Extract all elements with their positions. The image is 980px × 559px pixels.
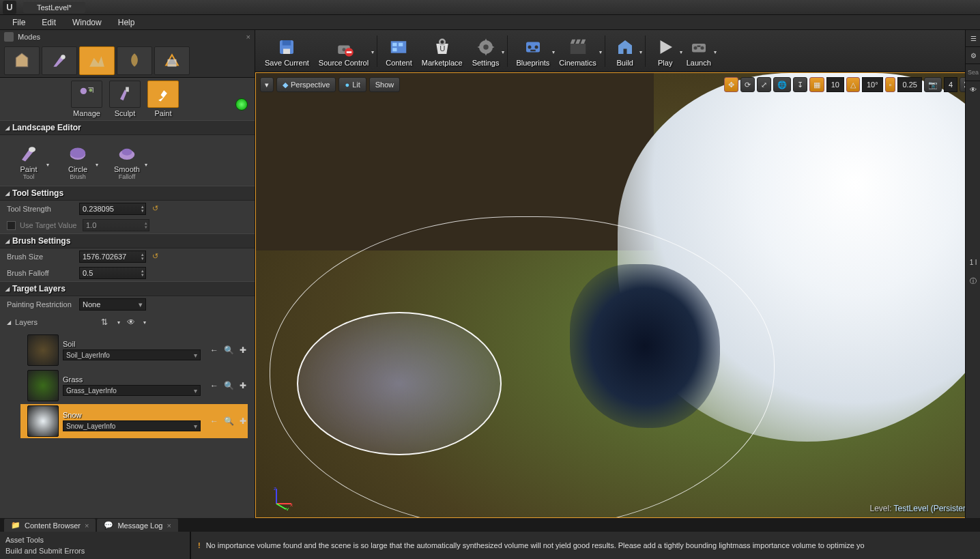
chevron-down-icon[interactable]: ▾ xyxy=(145,162,147,168)
add-icon[interactable]: ✚ xyxy=(240,381,246,390)
reset-icon[interactable]: ↺ xyxy=(150,252,160,261)
visibility-icon[interactable]: 👁 xyxy=(127,317,136,327)
chevron-down-icon[interactable]: ▾ xyxy=(96,162,98,168)
toolbar-build-button[interactable]: Build▾ xyxy=(609,34,641,68)
brush-circle-sublabel: Brush xyxy=(56,173,100,180)
camera-speed-value[interactable]: 4 xyxy=(944,77,957,92)
menu-help[interactable]: Help xyxy=(111,16,142,29)
search-placeholder[interactable]: Sea xyxy=(966,64,980,81)
bottom-panel: 📁Content Browser× 💬Message Log× Asset To… xyxy=(0,518,980,559)
toolbar-cinematics-button[interactable]: Cinematics▾ xyxy=(555,34,600,68)
section-tool-settings[interactable]: Tool Settings xyxy=(0,186,255,201)
level-document-tab[interactable]: TestLevel* xyxy=(23,2,85,13)
chevron-down-icon[interactable]: ▾ xyxy=(46,162,49,168)
landscape-sculpt-button[interactable]: Sculpt xyxy=(106,81,143,117)
section-target-layers[interactable]: Target Layers xyxy=(0,281,255,296)
mode-place-button[interactable] xyxy=(4,46,40,75)
outliner-toggle-icon[interactable]: ☰ xyxy=(966,30,980,46)
layer-info-select[interactable]: Snow_LayerInfo xyxy=(63,420,201,431)
surface-snap-button[interactable]: ↧ xyxy=(793,77,807,92)
falloff-smooth[interactable]: Smooth Falloff ▾ xyxy=(105,141,149,180)
menu-window[interactable]: Window xyxy=(66,16,109,29)
close-icon[interactable]: × xyxy=(167,521,171,530)
toolbar-save-current-button[interactable]: Save Current xyxy=(261,34,313,68)
toolbar-content-button[interactable]: Content xyxy=(381,34,416,68)
toolbar-launch-button[interactable]: Launch▾ xyxy=(682,34,715,68)
add-icon[interactable]: ✚ xyxy=(240,345,246,355)
landscape-manage-button[interactable]: Manage xyxy=(68,81,105,117)
use-target-value-checkbox[interactable] xyxy=(7,221,16,230)
search-icon[interactable]: 🔍 xyxy=(224,345,234,355)
list-item[interactable]: Asset Tools xyxy=(5,534,184,545)
mode-foliage-button[interactable] xyxy=(117,46,152,75)
layer-info-select[interactable]: Soil_LayerInfo xyxy=(63,349,201,360)
grid-snap-value[interactable]: 10 xyxy=(826,77,844,92)
tool-paint[interactable]: Paint Tool ▾ xyxy=(7,141,51,180)
layer-item-soil[interactable]: Soil Soil_LayerInfo ←🔍✚ xyxy=(26,333,248,367)
brush-size-input[interactable]: 1576.702637▴▾ xyxy=(79,250,146,263)
tab-content-browser[interactable]: 📁Content Browser× xyxy=(4,519,96,532)
browse-icon[interactable]: ← xyxy=(210,381,218,390)
viewport-show-button[interactable]: Show xyxy=(369,77,401,92)
grid-snap-button[interactable]: ▦ xyxy=(809,77,824,92)
visibility-toggle-icon[interactable]: 👁 xyxy=(966,81,980,98)
chevron-down-icon[interactable]: ▾ xyxy=(714,49,717,55)
tab-message-log[interactable]: 💬Message Log× xyxy=(97,519,177,532)
layer-item-grass[interactable]: Grass Grass_LayerInfo ←🔍✚ xyxy=(26,369,248,403)
chevron-down-icon[interactable]: ▾ xyxy=(502,49,504,55)
transform-rotate-button[interactable]: ⟳ xyxy=(740,77,755,92)
search-icon[interactable]: 🔍 xyxy=(224,381,234,390)
browse-icon[interactable]: ← xyxy=(210,416,218,426)
painting-restriction-select[interactable]: None xyxy=(79,298,146,311)
layers-label: Layers xyxy=(15,318,83,326)
modes-panel-tab[interactable]: Modes × xyxy=(0,30,255,44)
close-icon[interactable]: × xyxy=(246,33,250,41)
viewport-perspective-button[interactable]: ◆Perspective xyxy=(276,77,336,92)
painting-restriction-label: Painting Restriction xyxy=(7,300,75,309)
mode-geometry-button[interactable] xyxy=(154,46,190,75)
section-brush-settings[interactable]: Brush Settings xyxy=(0,233,255,248)
layer-item-snow[interactable]: Snow Snow_LayerInfo ←🔍✚ xyxy=(20,404,248,438)
chevron-down-icon[interactable]: ▾ xyxy=(639,49,642,55)
info-icon[interactable]: ⓘ xyxy=(966,273,980,289)
svg-point-4 xyxy=(81,88,87,94)
viewport-lit-button[interactable]: ●Lit xyxy=(338,77,366,92)
svg-point-29 xyxy=(534,45,538,48)
menu-file[interactable]: File xyxy=(5,16,32,29)
viewport-options-button[interactable]: ▾ xyxy=(260,77,274,92)
scale-snap-value[interactable]: 0.25 xyxy=(897,77,921,92)
angle-snap-value[interactable]: 10° xyxy=(862,77,883,92)
toolbar-source-control-button[interactable]: Source Control▾ xyxy=(315,34,373,68)
chevron-down-icon[interactable]: ▾ xyxy=(599,49,602,55)
viewport[interactable]: ▾ ◆Perspective ●Lit Show ✥ ⟳ ⤢ 🌐 ↧ ▦ 10 … xyxy=(255,72,980,518)
chevron-down-icon[interactable]: ▾ xyxy=(371,49,374,55)
editor-mode-toolbar xyxy=(0,44,255,78)
mode-paint-button[interactable] xyxy=(42,46,77,75)
tool-strength-input[interactable]: 0.238095▴▾ xyxy=(79,203,146,215)
add-icon[interactable]: ✚ xyxy=(240,416,246,426)
transform-scale-button[interactable]: ⤢ xyxy=(757,77,771,92)
landscape-paint-button[interactable]: Paint xyxy=(145,81,182,117)
mode-landscape-button[interactable] xyxy=(79,46,115,75)
toolbar-settings-button[interactable]: Settings▾ xyxy=(468,34,504,68)
toolbar-blueprints-button[interactable]: Blueprints▾ xyxy=(512,34,553,68)
reset-icon[interactable]: ↺ xyxy=(150,204,160,214)
coord-space-button[interactable]: 🌐 xyxy=(773,77,791,92)
layer-info-select[interactable]: Grass_LayerInfo xyxy=(63,385,201,396)
browse-icon[interactable]: ← xyxy=(210,345,218,355)
transform-select-button[interactable]: ✥ xyxy=(724,77,738,92)
camera-speed-button[interactable]: 📷 xyxy=(924,77,942,92)
brush-falloff-input[interactable]: 0.5▴▾ xyxy=(79,267,146,279)
brush-circle[interactable]: Circle Brush ▾ xyxy=(56,141,100,180)
list-item[interactable]: Build and Submit Errors xyxy=(5,545,184,556)
scale-snap-button[interactable]: ▫ xyxy=(885,77,896,92)
sort-icon[interactable]: ⇅ xyxy=(101,317,111,327)
toolbar-marketplace-button[interactable]: UMarketplace xyxy=(418,34,467,68)
details-toggle-icon[interactable]: ⚙ xyxy=(966,47,980,63)
search-icon[interactable]: 🔍 xyxy=(224,416,234,426)
section-landscape-editor[interactable]: Landscape Editor xyxy=(0,120,255,135)
menu-edit[interactable]: Edit xyxy=(35,16,63,29)
angle-snap-button[interactable]: △ xyxy=(846,77,860,92)
close-icon[interactable]: × xyxy=(85,521,89,530)
toolbar-play-button[interactable]: Play▾ xyxy=(650,34,681,68)
